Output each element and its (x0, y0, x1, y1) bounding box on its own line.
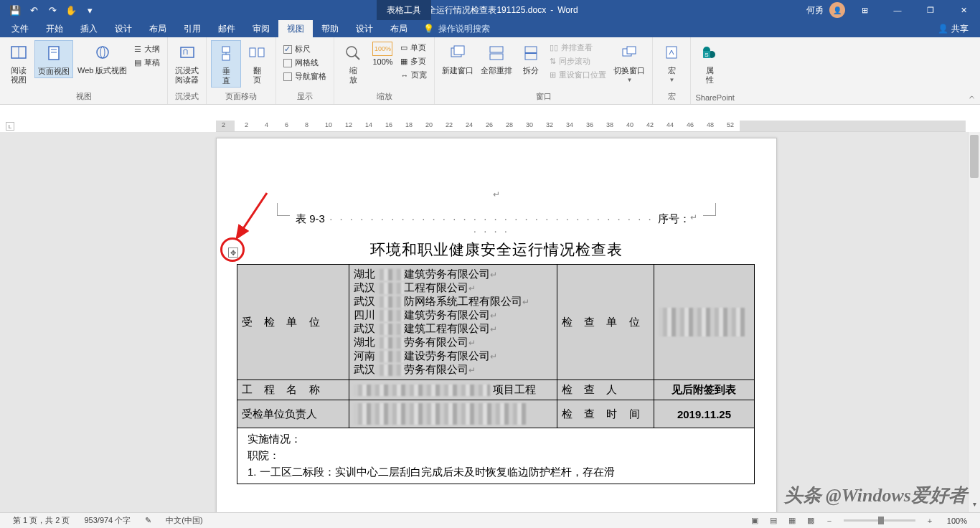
immersive-reader-button[interactable]: 沉浸式 阅读器 (172, 40, 202, 86)
minimize-button[interactable]: — (881, 0, 914, 20)
properties-button[interactable]: S 属 性 (695, 40, 724, 86)
gridlines-checkbox[interactable]: 网格线 (281, 57, 329, 69)
arrange-all-button[interactable]: 全部重排 (478, 40, 515, 77)
language[interactable]: 中文(中国) (159, 515, 209, 526)
page-width-icon: ↔ (400, 71, 408, 80)
tab-table-layout[interactable]: 布局 (382, 20, 416, 37)
tab-table-design[interactable]: 设计 (347, 20, 382, 37)
split-button[interactable]: 拆分 (517, 40, 545, 77)
redo-button[interactable]: ↷ (43, 1, 62, 19)
web-layout-icon (91, 42, 114, 65)
group-page-movement-label: 页面移动 (211, 90, 271, 104)
svg-text:S: S (705, 52, 709, 58)
ribbon: 阅读 视图 页面视图 Web 版式视图 ☰大纲 ▤草稿 视图 沉浸式 阅读器 (0, 37, 980, 105)
switch-windows-button[interactable]: 切换窗口 ▼ (611, 40, 648, 85)
svg-rect-21 (627, 47, 636, 54)
user-name[interactable]: 何勇 (801, 4, 829, 16)
page[interactable]: ↵ 表 9-3 · · · · · · · · · · · · · · · · … (216, 138, 777, 512)
outline-button[interactable]: ☰大纲 (131, 43, 163, 55)
ruler-checkbox[interactable]: 标尺 (281, 43, 329, 55)
web-layout-icon[interactable]: ▩ (802, 514, 819, 527)
zoom-percent[interactable]: 100% (940, 517, 974, 525)
user-avatar[interactable]: 👤 (829, 2, 845, 18)
undo-button[interactable]: ↶ (24, 1, 43, 19)
focus-mode-icon[interactable]: ▣ (746, 514, 763, 527)
checkbox-icon (283, 45, 292, 54)
tab-help[interactable]: 帮助 (313, 20, 347, 37)
svg-rect-9 (222, 55, 230, 60)
collapse-ribbon-button[interactable]: ᨈ (969, 93, 976, 101)
sharepoint-icon: S (698, 42, 721, 65)
web-layout-button[interactable]: Web 版式视图 (75, 40, 130, 77)
hundred-percent-button[interactable]: 100% 100% (369, 40, 396, 68)
document-title: 环境和职业健康安全运行情况检查表 (217, 237, 776, 264)
group-macros: 宏 ▼ 宏 (653, 37, 691, 104)
multi-page-button[interactable]: ▦多页 (397, 55, 430, 67)
cell-checker-value: 见后附签到表 (654, 380, 754, 400)
document-area: ↵ 表 9-3 · · · · · · · · · · · · · · · · … (0, 132, 980, 512)
vertical-button[interactable]: 垂 直 (211, 40, 241, 88)
tab-review[interactable]: 审阅 (244, 20, 278, 37)
restore-button[interactable]: ❐ (914, 0, 947, 20)
immersive-icon (176, 42, 199, 65)
page-count[interactable]: 第 1 页，共 2 页 (6, 515, 77, 526)
cell-responsible-label: 受检单位负责人 (237, 400, 349, 428)
horizontal-ruler[interactable]: 2 24681012141618202224262830323436384042… (216, 121, 966, 132)
inspection-table[interactable]: 受 检 单 位 湖北建筑劳务有限公司↵武汉工程有限公司↵武汉防网络系统工程有限公… (237, 264, 755, 484)
tab-insert[interactable]: 插入 (72, 20, 106, 37)
cell-time-label: 检 查 时 间 (557, 400, 654, 428)
zoom-out-button[interactable]: − (821, 514, 838, 527)
svg-line-27 (237, 193, 267, 238)
zoom-in-button[interactable]: + (921, 514, 938, 527)
nav-pane-checkbox[interactable]: 导航窗格 (281, 70, 329, 82)
read-mode-icon (7, 42, 30, 65)
svg-point-6 (100, 47, 105, 58)
read-mode-icon[interactable]: ▤ (765, 514, 782, 527)
side-to-side-button[interactable]: 翻 页 (242, 40, 271, 86)
print-layout-icon[interactable]: ▦ (783, 514, 801, 527)
user-area: 何勇 👤 ⊞ — ❐ ✕ (801, 0, 980, 20)
vertical-scrollbar[interactable]: ▴ ▾ (968, 132, 980, 512)
word-count[interactable]: 953/974 个字 (77, 515, 138, 526)
tell-me-search[interactable]: 💡 操作说明搜索 (416, 23, 497, 35)
tab-home[interactable]: 开始 (37, 20, 72, 37)
tab-file[interactable]: 文件 (3, 20, 37, 37)
cell-unit-list: 湖北建筑劳务有限公司↵武汉工程有限公司↵武汉防网络系统工程有限公司↵四川建筑劳务… (349, 265, 557, 380)
zoom-thumb[interactable] (878, 517, 884, 524)
ribbon-options-button[interactable]: ⊞ (848, 0, 881, 20)
new-window-button[interactable]: 新建窗口 (439, 40, 476, 77)
tab-references[interactable]: 引用 (175, 20, 209, 37)
read-mode-button[interactable]: 阅读 视图 (4, 40, 33, 86)
draft-button[interactable]: ▤草稿 (131, 57, 163, 69)
tab-design[interactable]: 设计 (106, 20, 141, 37)
qat-more-button[interactable]: ▾ (80, 1, 99, 19)
print-layout-button[interactable]: 页面视图 (34, 40, 73, 78)
macros-button[interactable]: 宏 ▼ (657, 40, 686, 85)
arrange-icon (485, 42, 508, 65)
close-button[interactable]: ✕ (947, 0, 980, 20)
tab-layout[interactable]: 布局 (141, 20, 175, 37)
tab-view[interactable]: 视图 (278, 20, 313, 37)
page-width-button[interactable]: ↔页宽 (397, 69, 430, 81)
vertical-icon (215, 42, 237, 65)
quick-access-toolbar: 💾 ↶ ↷ ✋ ▾ (0, 1, 99, 19)
table-number: 表 9-3 (296, 212, 325, 237)
zoom-button[interactable]: 缩 放 (339, 40, 367, 86)
sync-scroll-button: ⇅同步滚动 (547, 55, 609, 67)
group-immersive-label: 沉浸式 (172, 90, 202, 104)
tab-mailings[interactable]: 邮件 (209, 20, 244, 37)
zoom-slider[interactable] (844, 519, 915, 522)
save-button[interactable]: 💾 (6, 1, 24, 19)
svg-point-5 (97, 47, 108, 58)
contextual-tab-label: 表格工具 (377, 0, 431, 20)
svg-rect-2 (49, 47, 59, 60)
cell-project-label: 工 程 名 称 (237, 380, 349, 400)
share-button[interactable]: 👤 共享 (929, 23, 977, 35)
scrollbar-thumb[interactable] (970, 135, 979, 178)
svg-rect-16 (490, 47, 503, 52)
touch-mode-button[interactable]: ✋ (62, 1, 80, 19)
scroll-down-icon[interactable]: ▾ (969, 500, 980, 512)
spellcheck-icon[interactable]: ✎ (138, 516, 159, 525)
annotation-arrow-icon (231, 189, 274, 247)
one-page-button[interactable]: ▭单页 (397, 42, 430, 54)
